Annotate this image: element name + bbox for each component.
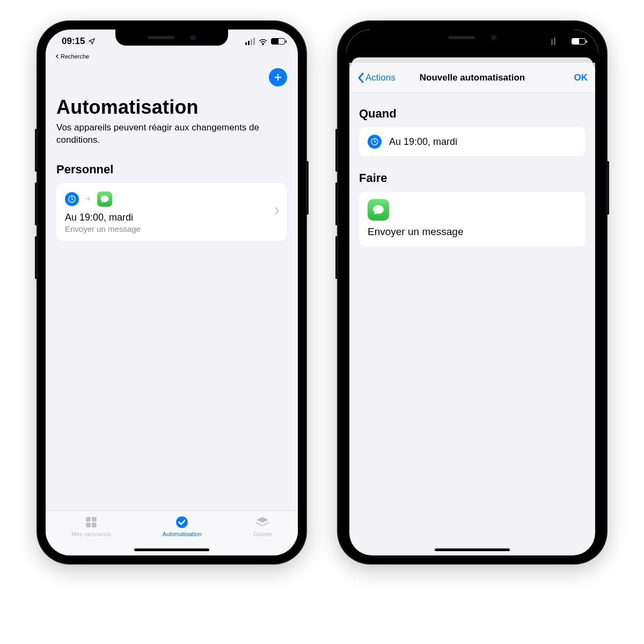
phone-right: 09:15 Recherche xyxy=(338,21,606,564)
automation-title: Au 19:00, mardi xyxy=(65,212,279,223)
automation-subtitle: Envoyer un message xyxy=(65,224,279,233)
chevron-right-icon xyxy=(274,207,280,217)
when-row-label: Au 19:00, mardi xyxy=(389,136,457,148)
svg-rect-4 xyxy=(92,523,97,528)
battery-icon xyxy=(271,38,285,45)
breadcrumb-label: Recherche xyxy=(61,53,89,60)
breadcrumb[interactable]: Recherche xyxy=(46,53,298,63)
page-title: Automatisation xyxy=(56,96,287,119)
tab-gallery[interactable]: Galerie xyxy=(253,515,272,537)
back-button[interactable]: Actions xyxy=(357,72,396,83)
svg-point-5 xyxy=(176,516,188,528)
automation-card[interactable]: Au 19:00, mardi Envoyer un message xyxy=(56,183,287,241)
wifi-icon xyxy=(258,38,268,45)
phone-left: 09:15 Recherche xyxy=(38,21,306,564)
when-row[interactable]: Au 19:00, mardi xyxy=(359,127,586,156)
tab-automation[interactable]: Automatisation xyxy=(163,515,202,537)
done-button[interactable]: OK xyxy=(574,72,588,83)
modal-sheet: Actions Nouvelle automatisation OK Quand… xyxy=(349,63,595,555)
clock-icon xyxy=(65,192,79,206)
svg-rect-1 xyxy=(86,517,91,522)
arrow-icon xyxy=(84,194,92,204)
svg-rect-3 xyxy=(86,523,91,528)
home-indicator[interactable] xyxy=(435,548,510,551)
clock-icon xyxy=(368,135,382,149)
section-do-label: Faire xyxy=(359,171,586,185)
gallery-icon xyxy=(254,515,270,529)
back-label: Actions xyxy=(365,72,396,83)
add-button[interactable] xyxy=(269,68,287,86)
status-time: 09:15 xyxy=(62,36,85,47)
svg-rect-2 xyxy=(92,517,97,522)
signal-icon xyxy=(245,38,255,45)
location-icon xyxy=(88,38,96,45)
do-row[interactable]: Envoyer un message xyxy=(359,192,586,246)
section-personal-label: Personnel xyxy=(56,163,287,177)
home-indicator[interactable] xyxy=(134,548,209,551)
section-when-label: Quand xyxy=(359,107,586,121)
tab-label: Galerie xyxy=(253,531,272,537)
page-subtitle: Vos appareils peuvent réagir aux changem… xyxy=(56,122,287,147)
grid-icon xyxy=(83,515,99,529)
tab-shortcuts[interactable]: Mes raccourcis xyxy=(71,515,111,537)
notch xyxy=(115,30,228,46)
tab-label: Automatisation xyxy=(163,531,202,537)
messages-icon xyxy=(368,199,389,221)
automation-tab-icon xyxy=(174,515,190,529)
battery-icon xyxy=(572,38,586,45)
tab-label: Mes raccourcis xyxy=(71,531,111,537)
messages-icon xyxy=(97,192,112,207)
do-row-label: Envoyer un message xyxy=(368,226,464,238)
notch xyxy=(416,30,529,46)
